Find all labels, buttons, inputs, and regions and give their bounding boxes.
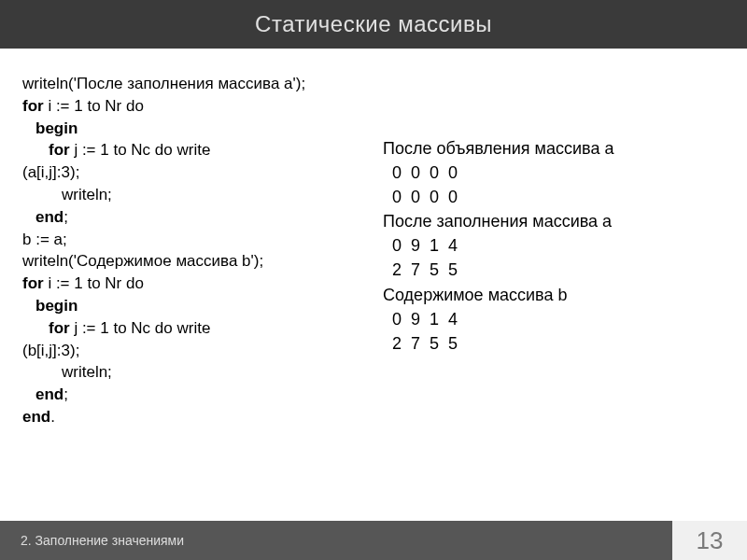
output-block: После объявления массива a 0 0 0 0 0 0 0…	[383, 136, 725, 356]
output-column: После объявления массива a 0 0 0 0 0 0 0…	[374, 136, 725, 428]
code-line: writeln;	[22, 184, 364, 206]
code-line: end;	[22, 384, 364, 406]
code-block: writeln('После заполнения массива a'); f…	[22, 73, 364, 428]
code-line: for i := 1 to Nr do	[22, 95, 364, 118]
code-line: (a[i,j]:3);	[22, 161, 364, 184]
code-line: writeln('Содержимое массива b');	[22, 250, 364, 273]
keyword-end: end	[35, 208, 63, 226]
code-line: for i := 1 to Nr do	[22, 273, 364, 295]
code-line: for j := 1 to Nc do write	[22, 317, 364, 340]
output-line: Содержимое массива b	[383, 283, 725, 307]
slide-title: Статические массивы	[255, 11, 492, 37]
slide: Статические массивы writeln('После запол…	[0, 0, 747, 560]
output-line: После объявления массива a	[383, 136, 725, 161]
keyword-begin: begin	[22, 295, 364, 317]
keyword-end: end	[35, 385, 63, 403]
code-line: end;	[22, 206, 364, 229]
output-line: 0 0 0 0	[383, 185, 725, 209]
output-line: 2 7 5 5	[383, 331, 725, 356]
code-line: writeln;	[22, 361, 364, 384]
output-line: 2 7 5 5	[383, 258, 725, 282]
slide-footer: 2. Заполнение значениями 13	[0, 521, 747, 560]
code-column: writeln('После заполнения массива a'); f…	[22, 73, 374, 428]
slide-body: writeln('После заполнения массива a'); f…	[0, 49, 747, 428]
page-number: 13	[672, 521, 747, 560]
keyword-for: for	[49, 141, 70, 159]
slide-header: Статические массивы	[0, 0, 747, 49]
keyword-for: for	[49, 319, 70, 337]
keyword-end: end	[22, 408, 50, 426]
keyword-for: for	[22, 274, 44, 292]
keyword-for: for	[22, 97, 44, 115]
code-line: end.	[22, 406, 364, 428]
output-line: 0 9 1 4	[383, 233, 725, 258]
footer-section-label: 2. Заполнение значениями	[0, 521, 672, 560]
code-line: (b[i,j]:3);	[22, 340, 364, 362]
code-line: for j := 1 to Nc do write	[22, 139, 364, 161]
output-line: После заполнения массива a	[383, 209, 725, 233]
code-line: writeln('После заполнения массива a');	[22, 73, 364, 95]
output-line: 0 9 1 4	[383, 307, 725, 331]
output-line: 0 0 0 0	[383, 161, 725, 185]
code-line: b := a;	[22, 229, 364, 251]
keyword-begin: begin	[22, 118, 364, 140]
